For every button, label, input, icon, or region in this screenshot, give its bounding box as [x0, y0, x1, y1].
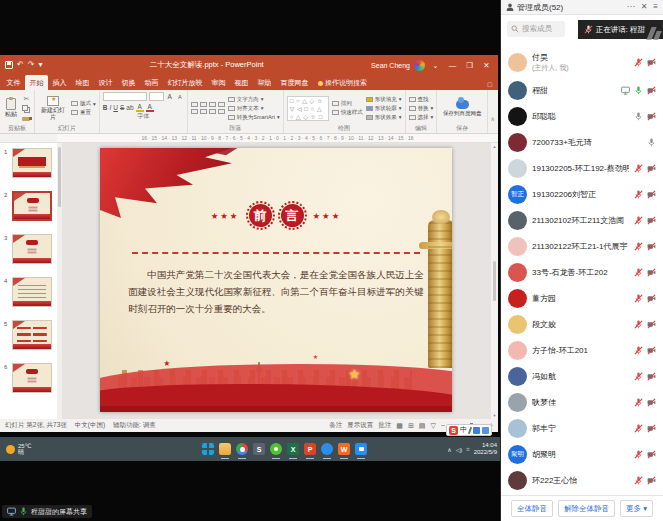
mic-icon[interactable]: [647, 138, 656, 147]
language-indicator[interactable]: 中文(中国): [75, 421, 105, 430]
arrange-button[interactable]: 排列: [332, 100, 363, 107]
align-right-icon[interactable]: [209, 109, 216, 114]
reset-button[interactable]: 重置: [71, 109, 96, 116]
mic-icon[interactable]: [634, 294, 643, 303]
bullets-icon[interactable]: [191, 102, 198, 107]
slide-thumbnail[interactable]: 2: [0, 189, 57, 232]
new-slide-button[interactable]: 新建幻灯片: [38, 96, 68, 120]
member-row[interactable]: 7200733+毛元琦: [501, 129, 663, 155]
mic-icon[interactable]: [634, 372, 643, 381]
align-center-icon[interactable]: [200, 109, 207, 114]
slide-thumbnail[interactable]: 5: [0, 318, 57, 361]
zoom-out-icon[interactable]: −: [441, 422, 445, 429]
mic-icon[interactable]: [634, 268, 643, 277]
slide-thumbnail[interactable]: 3: [0, 232, 57, 275]
tray-input-icon[interactable]: ⌗: [466, 446, 469, 453]
text-direction-button[interactable]: 文字方向 ▾: [228, 96, 280, 103]
slide-body-text[interactable]: 中国共产党第二十次全国代表大会，是在全党全国各族人民迈上全面建设社会主义现代化国…: [128, 266, 424, 317]
ribbon-tab-动画[interactable]: 动画: [140, 75, 163, 90]
mic-icon[interactable]: [634, 58, 643, 67]
maximize-button[interactable]: ❐: [463, 61, 476, 70]
qat-dropdown-icon[interactable]: ▾: [38, 61, 42, 69]
camera-icon[interactable]: [647, 86, 656, 95]
ribbon-tab-插入[interactable]: 插入: [48, 75, 71, 90]
format-painter-icon[interactable]: [22, 117, 30, 121]
ime-clipboard-icon[interactable]: [473, 427, 480, 434]
font-color-button[interactable]: A: [146, 103, 154, 112]
cut-icon[interactable]: ✂: [22, 95, 31, 103]
normal-view-icon[interactable]: ▦: [396, 422, 403, 430]
search-input[interactable]: 搜索成员: [507, 21, 565, 37]
quick-styles-button[interactable]: 快速样式: [332, 109, 363, 116]
scrollbar-thumb[interactable]: [493, 261, 496, 301]
ime-keyboard-icon[interactable]: [482, 427, 489, 434]
underline-button[interactable]: U: [113, 104, 118, 111]
slideshow-view-icon[interactable]: ▽: [430, 422, 435, 430]
ribbon-tab-设计[interactable]: 设计: [94, 75, 117, 90]
wps-taskbar-icon[interactable]: W: [338, 443, 350, 455]
find-button[interactable]: 查找: [409, 96, 434, 103]
member-row[interactable]: 211302122环工21-1代展宇: [501, 233, 663, 259]
ribbon-tab-绘图[interactable]: 绘图: [71, 75, 94, 90]
ribbon-tab-视图[interactable]: 视图: [230, 75, 253, 90]
mic-icon[interactable]: [634, 112, 643, 121]
camera-icon[interactable]: [647, 476, 656, 485]
member-row[interactable]: 环222王心怡: [501, 467, 663, 493]
member-row[interactable]: 冯如航: [501, 363, 663, 389]
close-panel-icon[interactable]: ✕: [641, 3, 648, 11]
replace-button[interactable]: 替换 ▾: [409, 105, 434, 112]
save-icon[interactable]: [5, 61, 13, 69]
mic-icon[interactable]: [634, 190, 643, 199]
camera-icon[interactable]: [647, 372, 656, 381]
weather-widget[interactable]: 25℃ 晴: [0, 443, 37, 456]
scroll-up-icon[interactable]: ▲: [493, 144, 497, 149]
member-row[interactable]: 董方园: [501, 285, 663, 311]
ribbon-tab-百度网盘[interactable]: 百度网盘: [276, 75, 313, 90]
mic-icon[interactable]: [634, 164, 643, 173]
slide-thumbnail[interactable]: 1: [0, 146, 57, 189]
sogou-logo-icon[interactable]: S: [449, 426, 458, 435]
minimize-button[interactable]: —: [446, 61, 459, 70]
slide-thumbnail-image[interactable]: [12, 234, 52, 264]
text-shadow-button[interactable]: ab: [126, 104, 133, 111]
copy-icon[interactable]: [22, 105, 28, 111]
qq-taskbar-icon[interactable]: [321, 443, 333, 455]
mute-all-button[interactable]: 全体静音: [511, 500, 553, 517]
slide-thumbnail-image[interactable]: [12, 191, 52, 221]
camera-icon[interactable]: [647, 398, 656, 407]
slide-thumbnail-image[interactable]: [12, 277, 52, 307]
shapes-gallery[interactable]: [287, 96, 329, 121]
slide-thumbnail-image[interactable]: [12, 363, 52, 393]
camera-icon[interactable]: [647, 58, 656, 67]
excel-taskbar-icon[interactable]: X: [287, 443, 299, 455]
slide-sorter-view-icon[interactable]: ⊞: [408, 422, 414, 430]
ribbon-tab-文件[interactable]: 文件: [2, 75, 25, 90]
close-button[interactable]: ✕: [480, 61, 493, 70]
unmute-all-button[interactable]: 解除全体静音: [558, 500, 615, 517]
shape-fill-button[interactable]: 形状填充 ▾: [366, 96, 402, 103]
start-taskbar-icon[interactable]: [202, 443, 214, 455]
camera-icon[interactable]: [647, 320, 656, 329]
mic-icon[interactable]: [634, 346, 643, 355]
slide-thumbnail[interactable]: 6: [0, 361, 57, 404]
canvas-scrollbar[interactable]: ▲ ▼: [491, 143, 498, 419]
paste-button[interactable]: 粘贴: [3, 98, 19, 118]
mic-icon[interactable]: [634, 476, 643, 485]
mic-icon[interactable]: [634, 450, 643, 459]
member-row[interactable]: 耿梦佳: [501, 389, 663, 415]
ribbon-display-options-icon[interactable]: ⌄: [429, 61, 442, 70]
member-row[interactable]: 程甜: [501, 77, 663, 103]
accessibility-status[interactable]: 辅助功能: 调查: [113, 421, 156, 430]
ribbon-tab-开始[interactable]: 开始: [25, 75, 48, 90]
tray-volume-icon[interactable]: ◁): [456, 446, 463, 453]
ime-pen-icon[interactable]: [468, 426, 472, 433]
select-button[interactable]: 选择 ▾: [409, 114, 434, 121]
camera-icon[interactable]: [647, 190, 656, 199]
reading-view-icon[interactable]: ▤: [419, 422, 426, 430]
align-left-icon[interactable]: [191, 109, 198, 114]
member-row[interactable]: 智正 191302206刘智正: [501, 181, 663, 207]
comments-button[interactable]: 批注: [378, 421, 391, 430]
mic-icon[interactable]: [634, 216, 643, 225]
member-row[interactable]: 方子怡-环工201: [501, 337, 663, 363]
tell-me-search[interactable]: 操作说明搜索: [318, 78, 367, 90]
